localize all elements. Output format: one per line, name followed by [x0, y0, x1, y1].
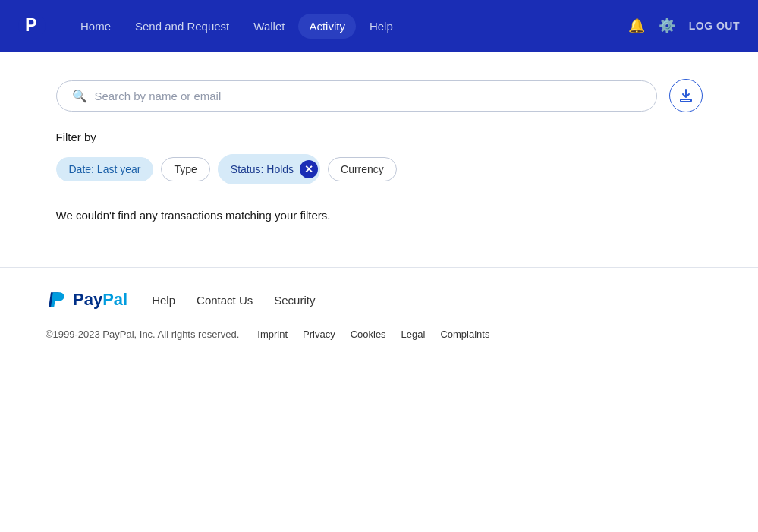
status-filter-clear[interactable]: ✕ [300, 160, 318, 178]
filter-chips: Date: Last year Type Status: Holds ✕ Cur… [56, 154, 703, 184]
nav-links: Home Send and Request Wallet Activity He… [70, 14, 628, 39]
search-icon: 🔍 [72, 89, 87, 103]
status-filter-label: Status: Holds [231, 163, 294, 175]
paypal-logo: PayPal [46, 289, 127, 310]
footer-legal-link[interactable]: Legal [401, 329, 426, 340]
paypal-blue-text: Pay [73, 290, 102, 309]
download-button[interactable] [669, 79, 703, 112]
date-filter-label: Date: Last year [69, 163, 141, 175]
no-results-message: We couldn't find any transactions matchi… [56, 209, 703, 222]
search-row: 🔍 [56, 79, 703, 112]
footer: PayPal Help Contact Us Security ©1999-20… [0, 268, 758, 355]
currency-filter-chip[interactable]: Currency [328, 157, 397, 181]
date-filter-chip[interactable]: Date: Last year [56, 157, 154, 181]
search-input[interactable] [95, 90, 641, 102]
navbar: P Home Send and Request Wallet Activity … [0, 0, 758, 52]
footer-privacy-link[interactable]: Privacy [303, 329, 335, 340]
search-container: 🔍 [56, 80, 657, 112]
footer-copyright: ©1999-2023 PayPal, Inc. All rights reser… [46, 329, 239, 340]
filter-label: Filter by [56, 131, 703, 143]
status-filter-chip[interactable]: Status: Holds ✕ [218, 154, 320, 184]
nav-wallet[interactable]: Wallet [243, 14, 295, 39]
footer-complaints-link[interactable]: Complaints [440, 329, 489, 340]
footer-legal-links: Imprint Privacy Cookies Legal Complaints [257, 329, 489, 340]
logout-button[interactable]: LOG OUT [689, 20, 740, 32]
currency-filter-label: Currency [341, 163, 384, 175]
footer-top: PayPal Help Contact Us Security [46, 289, 712, 310]
footer-bottom: ©1999-2023 PayPal, Inc. All rights reser… [46, 329, 712, 340]
footer-links: Help Contact Us Security [152, 294, 315, 307]
footer-imprint-link[interactable]: Imprint [257, 329, 288, 340]
notification-icon[interactable]: 🔔 [628, 17, 645, 34]
paypal-logo-text: PayPal [73, 290, 127, 310]
nav-activity[interactable]: Activity [298, 14, 356, 39]
nav-help[interactable]: Help [359, 14, 404, 39]
paypal-cyan-text: Pal [102, 290, 127, 309]
paypal-logo-icon [46, 289, 67, 310]
footer-security-link[interactable]: Security [274, 294, 315, 307]
settings-icon[interactable]: ⚙️ [659, 17, 675, 34]
footer-cookies-link[interactable]: Cookies [351, 329, 386, 340]
nav-send-request[interactable]: Send and Request [124, 14, 240, 39]
footer-contact-link[interactable]: Contact Us [197, 294, 253, 307]
download-icon [678, 88, 694, 103]
footer-help-link[interactable]: Help [152, 294, 175, 307]
navbar-right: 🔔 ⚙️ LOG OUT [628, 17, 740, 34]
svg-text:P: P [25, 15, 37, 35]
nav-home[interactable]: Home [70, 14, 121, 39]
type-filter-label: Type [174, 163, 197, 175]
navbar-logo[interactable]: P [18, 12, 46, 39]
type-filter-chip[interactable]: Type [161, 157, 209, 181]
main-content: 🔍 Filter by Date: Last year Type Status:… [38, 52, 721, 267]
